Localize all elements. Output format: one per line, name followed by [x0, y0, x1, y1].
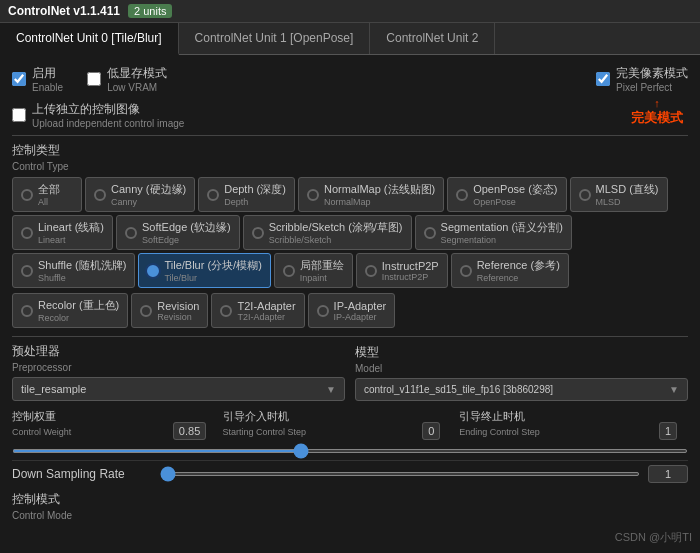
- tab-unit0[interactable]: ControlNet Unit 0 [Tile/Blur]: [0, 23, 179, 55]
- radio-segmentation: [424, 227, 436, 239]
- preprocessor-arrow: ▼: [326, 384, 336, 395]
- starting-step-value: 0: [422, 422, 440, 440]
- sliders-section: 控制权重 Control Weight 0.85 引导介入时机 Starting…: [12, 409, 688, 456]
- control-weight-slider[interactable]: [12, 449, 688, 453]
- enable-label-en: Enable: [32, 82, 63, 93]
- control-row-3: Shuffle (随机洗牌) Shuffle Tile/Blur (分块/模糊)…: [12, 253, 688, 290]
- upload-row: 上传独立的控制图像 Upload independent control ima…: [12, 101, 688, 129]
- preprocessor-select[interactable]: tile_resample ▼: [12, 377, 345, 401]
- upload-label-zh: 上传独立的控制图像: [32, 101, 184, 118]
- preprocessor-label: 预处理器 Preprocessor: [12, 343, 345, 374]
- tab-unit2[interactable]: ControlNet Unit 2: [370, 23, 495, 54]
- model-label: 模型 Model: [355, 344, 688, 375]
- model-arrow: ▼: [669, 384, 679, 395]
- control-btn-tileblur[interactable]: Tile/Blur (分块/模糊) Tile/Blur: [138, 253, 270, 288]
- control-btn-t2iadapter[interactable]: T2I-Adapter T2I-Adapter: [211, 293, 304, 328]
- down-sampling-label: Down Sampling Rate: [12, 467, 152, 481]
- control-row-4: Recolor (重上色) Recolor Revision Revision …: [12, 293, 688, 328]
- pixel-perfect-checkbox-item: 完美像素模式 Pixel Perfect: [596, 65, 688, 93]
- pixel-perfect-wrap: 完美像素模式 Pixel Perfect ↑ 完美模式: [596, 65, 688, 93]
- control-type-label: 控制类型 Control Type: [12, 142, 688, 173]
- radio-mlsd: [579, 189, 591, 201]
- control-btn-canny[interactable]: Canny (硬边缘) Canny: [85, 177, 195, 212]
- pp-label-zh: 完美像素模式: [616, 65, 688, 82]
- control-btn-revision[interactable]: Revision Revision: [131, 293, 208, 328]
- upload-checkbox[interactable]: [12, 108, 26, 122]
- control-mode-section: 控制模式 Control Mode: [12, 491, 688, 522]
- radio-recolor: [21, 305, 33, 317]
- radio-instructp2p: [365, 265, 377, 277]
- radio-t2iadapter: [220, 305, 232, 317]
- units-badge: 2 units: [128, 4, 172, 18]
- watermark: CSDN @小明TI: [615, 530, 692, 545]
- model-value: control_v11f1e_sd15_tile_fp16 [3b860298]: [364, 384, 553, 395]
- control-weight-value: 0.85: [173, 422, 206, 440]
- preprocessor-field: 预处理器 Preprocessor tile_resample ▼: [12, 343, 345, 401]
- control-btn-scribble[interactable]: Scribble/Sketch (涂鸦/草图) Scribble/Sketch: [243, 215, 412, 250]
- radio-reference: [460, 265, 472, 277]
- down-sampling-row: Down Sampling Rate 1: [12, 460, 688, 483]
- down-sampling-value: 1: [648, 465, 688, 483]
- lowvram-label-zh: 低显存模式: [107, 65, 167, 82]
- control-row-2: Lineart (线稿) Lineart SoftEdge (软边缘) Soft…: [12, 215, 688, 250]
- ending-step-value: 1: [659, 422, 677, 440]
- radio-softedge: [125, 227, 137, 239]
- control-row-1: 全部 All Canny (硬边缘) Canny Depth (深度) Dept…: [12, 177, 688, 212]
- control-btn-depth[interactable]: Depth (深度) Depth: [198, 177, 295, 212]
- radio-lineart: [21, 227, 33, 239]
- upload-label-en: Upload independent control image: [32, 118, 184, 129]
- pp-label-en: Pixel Perfect: [616, 82, 688, 93]
- upload-checkbox-item: 上传独立的控制图像 Upload independent control ima…: [12, 101, 184, 129]
- radio-revision: [140, 305, 152, 317]
- preprocessor-model-row: 预处理器 Preprocessor tile_resample ▼ 模型 Mod…: [12, 343, 688, 401]
- control-btn-normalmap[interactable]: NormalMap (法线贴图) NormalMap: [298, 177, 444, 212]
- pixel-perfect-checkbox[interactable]: [596, 72, 610, 86]
- model-select[interactable]: control_v11f1e_sd15_tile_fp16 [3b860298]…: [355, 378, 688, 401]
- control-btn-lineart[interactable]: Lineart (线稿) Lineart: [12, 215, 113, 250]
- radio-shuffle: [21, 265, 33, 277]
- preprocessor-value: tile_resample: [21, 383, 86, 395]
- radio-depth: [207, 189, 219, 201]
- tab-bar: ControlNet Unit 0 [Tile/Blur] ControlNet…: [0, 23, 700, 55]
- radio-openpose: [456, 189, 468, 201]
- main-content: 启用 Enable 低显存模式 Low VRAM 完美像素模式 Pix: [0, 55, 700, 532]
- control-btn-all[interactable]: 全部 All: [12, 177, 82, 212]
- radio-inpaint: [283, 265, 295, 277]
- control-btn-mlsd[interactable]: MLSD (直线) MLSD: [570, 177, 668, 212]
- top-bar: ControlNet v1.1.411 2 units: [0, 0, 700, 23]
- control-btn-openpose[interactable]: OpenPose (姿态) OpenPose: [447, 177, 566, 212]
- pixel-perfect-annotation: 完美模式: [631, 109, 683, 127]
- radio-tileblur: [147, 265, 159, 277]
- control-btn-softedge[interactable]: SoftEdge (软边缘) SoftEdge: [116, 215, 240, 250]
- enable-checkbox-item: 启用 Enable: [12, 65, 63, 93]
- lowvram-checkbox[interactable]: [87, 72, 101, 86]
- control-btn-segmentation[interactable]: Segmentation (语义分割) Segmentation: [415, 215, 572, 250]
- app-title: ControlNet v1.1.411: [8, 4, 120, 18]
- checkbox-row-top: 启用 Enable 低显存模式 Low VRAM 完美像素模式 Pix: [12, 65, 688, 93]
- control-btn-reference[interactable]: Reference (参考) Reference: [451, 253, 569, 288]
- control-btn-shuffle[interactable]: Shuffle (随机洗牌) Shuffle: [12, 253, 135, 288]
- slider-labels-row: 控制权重 Control Weight 0.85 引导介入时机 Starting…: [12, 409, 688, 438]
- control-btn-ipadapter[interactable]: IP-Adapter IP-Adapter: [308, 293, 396, 328]
- radio-ipadapter: [317, 305, 329, 317]
- model-field: 模型 Model control_v11f1e_sd15_tile_fp16 […: [355, 344, 688, 401]
- control-btn-recolor[interactable]: Recolor (重上色) Recolor: [12, 293, 128, 328]
- enable-label-zh: 启用: [32, 65, 63, 82]
- radio-all: [21, 189, 33, 201]
- control-btn-instructp2p[interactable]: InstructP2P InstructP2P: [356, 253, 448, 288]
- enable-checkbox[interactable]: [12, 72, 26, 86]
- tab-unit1[interactable]: ControlNet Unit 1 [OpenPose]: [179, 23, 371, 54]
- lowvram-checkbox-item: 低显存模式 Low VRAM: [87, 65, 167, 93]
- down-sampling-slider[interactable]: [160, 472, 640, 476]
- radio-canny: [94, 189, 106, 201]
- control-type-grid: 全部 All Canny (硬边缘) Canny Depth (深度) Dept…: [12, 177, 688, 328]
- control-btn-inpaint[interactable]: 局部重绘 Inpaint: [274, 253, 353, 288]
- radio-normalmap: [307, 189, 319, 201]
- lowvram-label-en: Low VRAM: [107, 82, 167, 93]
- radio-scribble: [252, 227, 264, 239]
